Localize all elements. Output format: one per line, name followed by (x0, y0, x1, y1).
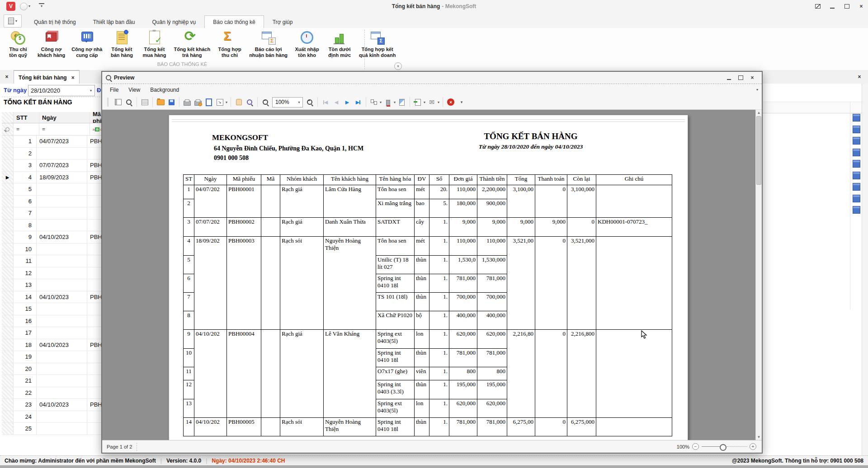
quick-print-icon[interactable] (193, 97, 203, 108)
scroll-down-icon[interactable]: ▼ (756, 435, 762, 439)
menubar-overflow-icon[interactable]: ▾ (756, 88, 758, 92)
row-action-icon[interactable] (853, 149, 860, 156)
table-row[interactable]: 24 (2, 411, 102, 423)
ribbon-item-debt-customer[interactable]: Công nợkhách hàng (34, 29, 68, 59)
print-icon[interactable] (182, 97, 192, 108)
overflow-icon[interactable]: ▾ (457, 97, 467, 108)
zoom-out-icon[interactable]: − (260, 97, 270, 108)
scroll-up-icon[interactable]: ▲ (756, 111, 762, 115)
right-scrollbar[interactable] (862, 84, 868, 455)
chevron-down-icon[interactable]: ▾ (394, 100, 396, 104)
export-document-icon[interactable] (413, 97, 423, 108)
chevron-down-icon[interactable]: ▾ (438, 100, 439, 104)
ribbon-collapse-icon[interactable]: ▾ (394, 62, 402, 70)
first-page-icon[interactable]: ◀ (321, 97, 330, 108)
table-row[interactable]: 2304/10/2023PBH000 (2, 399, 102, 411)
table-row[interactable]: 2 (2, 148, 102, 160)
table-row[interactable]: 22 (2, 387, 102, 399)
table-row[interactable]: 11 (2, 255, 102, 267)
ribbon-item-inventory-flow[interactable]: Xuất nhậptồn kho (291, 29, 323, 59)
table-row[interactable]: 12 (2, 267, 102, 280)
ribbon-item-low-stock[interactable]: Tồn dướiđịnh mức (323, 29, 356, 59)
row-action-icon[interactable] (853, 172, 860, 179)
table-row[interactable]: 21 (2, 375, 102, 387)
chevron-down-icon[interactable]: ▾ (226, 100, 227, 104)
chevron-down-icon[interactable]: ▾ (296, 100, 302, 104)
close-tab-group-icon[interactable]: × (0, 70, 14, 83)
close-icon[interactable]: × (857, 3, 865, 10)
hand-tool-icon[interactable] (234, 97, 244, 108)
preview-maximize-icon[interactable] (735, 74, 746, 82)
next-page-icon[interactable]: ▶ (342, 97, 352, 108)
table-row[interactable]: ▶418/09/2023PBH000 (2, 172, 102, 184)
scale-icon[interactable]: ↘ (215, 97, 225, 108)
filter-ngay[interactable]: = (39, 123, 90, 135)
multi-page-view-icon[interactable] (369, 97, 379, 108)
row-action-icon[interactable] (853, 160, 860, 168)
ribbon-item-purchase-summary[interactable]: ✓Tổng kếtmua hàng (138, 29, 170, 59)
ribbon-item-coins[interactable]: €$Thu chitồn quỹ (2, 29, 34, 59)
table-row[interactable]: 19 (2, 351, 102, 363)
table-row[interactable]: 10 (2, 243, 102, 256)
table-row[interactable]: 25 (2, 423, 102, 435)
ribbon-item-profit-report[interactable]: ΣBáo cáo lợinhuận bán hàng (246, 29, 291, 59)
ribbon-tab-2[interactable]: Thiết lập ban đầu (85, 15, 144, 28)
filter-stt[interactable]: = (14, 123, 39, 135)
customize-grid-icon[interactable] (140, 97, 150, 108)
chevron-down-icon[interactable]: ▾ (424, 100, 425, 104)
menu-background[interactable]: Background (145, 87, 184, 93)
ribbon-item-sales-summary[interactable]: Tổng kếtbán hàng (105, 29, 138, 59)
save-icon[interactable] (166, 97, 176, 108)
zoom-slider-knob[interactable] (720, 444, 726, 451)
row-action-icon[interactable] (853, 195, 860, 202)
preview-close-icon[interactable]: × (746, 74, 758, 82)
table-row[interactable]: 15 (2, 303, 102, 315)
table-row[interactable]: 8 (2, 220, 102, 232)
table-row[interactable]: 13 (2, 279, 102, 291)
table-row[interactable]: 104/07/2023PBH000 (2, 136, 102, 148)
doc-tab-close-icon[interactable]: × (71, 75, 75, 81)
table-row[interactable]: 5 (2, 183, 102, 196)
doc-tab-tong-ket-ban-hang[interactable]: Tổng kết bán hàng × (14, 70, 80, 84)
grid-col-ngay[interactable]: Ngày (39, 112, 90, 123)
table-row[interactable]: 307/07/2023PBH000 (2, 159, 102, 172)
ribbon-item-income-expense-summary[interactable]: ΣTổng hợpthu chi (213, 29, 246, 59)
table-row[interactable]: 904/10/2023PBH000 (2, 231, 102, 243)
filter-ma-phieu[interactable]: aBc (90, 123, 102, 135)
row-action-icon[interactable] (853, 183, 860, 191)
table-row[interactable]: 7 (2, 207, 102, 220)
menu-view[interactable]: View (123, 87, 145, 93)
magnifier-icon[interactable] (245, 97, 255, 108)
chevron-down-icon[interactable]: ▾ (87, 89, 94, 93)
minimize-icon[interactable] (828, 3, 836, 10)
ribbon-tab-4[interactable]: Báo cáo thống kê (204, 15, 264, 28)
row-action-icon[interactable] (853, 137, 860, 145)
grid-col-ma-phieu[interactable]: Mã phiếu (90, 112, 102, 123)
page-color-icon[interactable] (383, 97, 393, 108)
table-row[interactable]: 16 (2, 315, 102, 328)
prev-page-icon[interactable]: ◀ (331, 97, 341, 108)
menu-file[interactable]: File (105, 87, 123, 93)
search-icon[interactable] (124, 97, 134, 108)
watermark-icon[interactable] (397, 97, 407, 108)
ribbon-item-returns-summary[interactable]: ⟳Tổng kết kháchtrả hàng (170, 29, 213, 59)
last-page-icon[interactable]: ▶ (353, 97, 363, 108)
zoom-slider[interactable] (702, 444, 747, 449)
table-row[interactable]: 1404/10/2023PBH000 (2, 291, 102, 304)
ribbon-item-business-result[interactable]: ΣTổng hợp kếtquả kinh doanh (356, 29, 399, 59)
ribbon-tab-5[interactable]: Trợ giúp (264, 15, 302, 28)
tabbar-close-icon[interactable]: × (855, 73, 863, 81)
send-email-icon[interactable]: ✉ (427, 97, 437, 108)
preview-minimize-icon[interactable] (723, 74, 735, 82)
application-menu-button[interactable]: ▾ (4, 14, 22, 28)
document-map-icon[interactable] (113, 97, 123, 108)
grid-col-stt[interactable]: STT (14, 112, 39, 123)
row-action-icon[interactable] (853, 206, 860, 214)
from-date-input[interactable]: 28/10/2020 ▾ (28, 85, 95, 96)
zoom-out-icon[interactable]: − (692, 443, 699, 450)
exit-icon[interactable]: × (446, 97, 456, 108)
page-setup-icon[interactable] (204, 97, 214, 108)
table-row[interactable]: 1804/10/2023PBH000 (2, 339, 102, 351)
scroll-thumb[interactable] (756, 116, 761, 185)
zoom-in-icon[interactable]: + (305, 97, 315, 108)
